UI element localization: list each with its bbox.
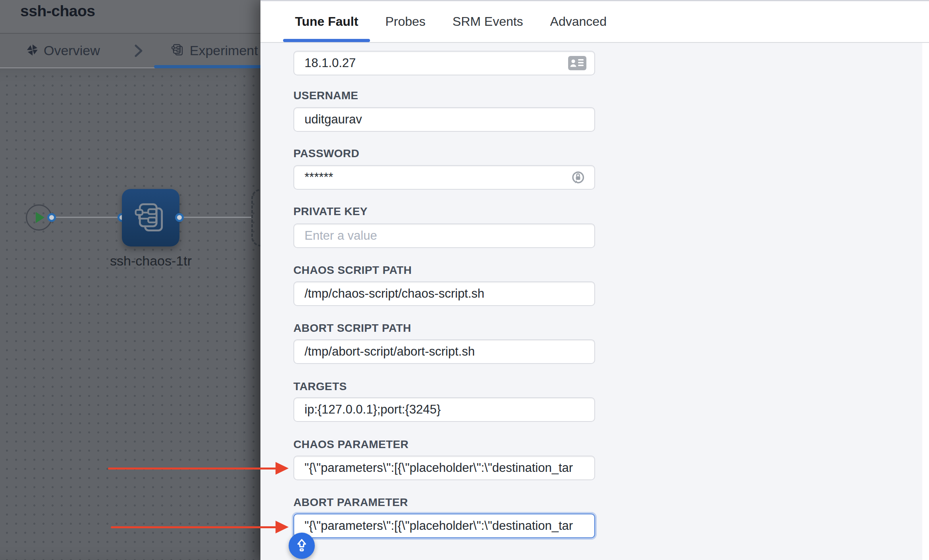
host-input[interactable] xyxy=(293,51,595,75)
password-reset-icon[interactable] xyxy=(570,169,586,186)
tab-probes[interactable]: Probes xyxy=(385,1,425,42)
breadcrumb-experiment-label: Experiment xyxy=(190,43,258,58)
abort-parameter-field-wrap xyxy=(293,514,595,538)
tune-fault-drawer: Tune Fault Probes SRM Events Advanced US… xyxy=(260,0,929,560)
private-key-field-wrap xyxy=(293,223,595,248)
breadcrumb: Overview xyxy=(0,34,262,68)
breadcrumb-item-experiment[interactable]: Experiment xyxy=(171,43,258,58)
abort-script-path-input[interactable] xyxy=(293,339,595,364)
username-field-wrap xyxy=(293,107,595,132)
private-key-input[interactable] xyxy=(293,223,595,248)
edge-connector xyxy=(179,217,251,218)
tab-tune-fault[interactable]: Tune Fault xyxy=(295,1,358,42)
pinwheel-icon xyxy=(27,44,39,58)
tab-srm-events[interactable]: SRM Events xyxy=(453,1,523,42)
tab-advanced[interactable]: Advanced xyxy=(550,1,607,42)
abort-script-path-label: ABORT SCRIPT PATH xyxy=(293,322,411,335)
password-label: PASSWORD xyxy=(293,147,359,160)
experiment-steps-icon xyxy=(171,43,185,58)
experiment-header: ssh-chaos xyxy=(0,0,262,34)
username-label: USERNAME xyxy=(293,89,358,102)
upload-apply-icon xyxy=(293,537,310,554)
page-title: ssh-chaos xyxy=(20,2,95,20)
fault-node-ssh-chaos[interactable] xyxy=(122,189,179,246)
drawer-tabbar: Tune Fault Probes SRM Events Advanced xyxy=(260,1,929,43)
username-input[interactable] xyxy=(293,107,595,132)
connector-dot xyxy=(175,213,184,222)
targets-field-wrap xyxy=(293,397,595,422)
chaos-parameter-input[interactable] xyxy=(293,456,595,480)
experiment-steps-icon xyxy=(134,201,168,235)
breadcrumb-item-overview[interactable]: Overview xyxy=(27,43,100,58)
pipeline-panel: ssh-chaos Overview xyxy=(0,0,262,560)
contact-card-icon[interactable] xyxy=(568,56,586,70)
chaos-script-path-label: CHAOS SCRIPT PATH xyxy=(293,264,412,277)
edge-connector xyxy=(52,217,122,218)
scrollbar-gutter[interactable] xyxy=(922,43,929,560)
fault-node-label: ssh-chaos-1tr xyxy=(101,253,201,269)
targets-label: TARGETS xyxy=(293,380,347,393)
apply-changes-button[interactable] xyxy=(289,533,315,559)
breadcrumb-active-underline xyxy=(154,65,262,68)
abort-parameter-label: ABORT PARAMETER xyxy=(293,496,408,509)
chaos-parameter-label: CHAOS PARAMETER xyxy=(293,438,409,451)
abort-parameter-input[interactable] xyxy=(293,514,595,538)
private-key-label: PRIVATE KEY xyxy=(293,205,368,218)
password-field-wrap xyxy=(293,165,595,190)
chaos-studio-app: ssh-chaos Overview xyxy=(0,0,929,560)
chaos-script-path-input[interactable] xyxy=(293,281,595,306)
play-icon xyxy=(36,212,44,223)
password-input[interactable] xyxy=(293,165,595,190)
host-field-wrap xyxy=(293,51,595,75)
chaos-script-path-field-wrap xyxy=(293,281,595,306)
breadcrumb-overview-label: Overview xyxy=(44,43,100,58)
chevron-right-icon xyxy=(134,44,143,58)
chaos-parameter-field-wrap xyxy=(293,456,595,480)
pipeline-canvas[interactable]: ssh-chaos-1tr xyxy=(0,68,262,560)
abort-script-path-field-wrap xyxy=(293,339,595,364)
connector-dot xyxy=(47,213,56,222)
targets-input[interactable] xyxy=(293,397,595,422)
